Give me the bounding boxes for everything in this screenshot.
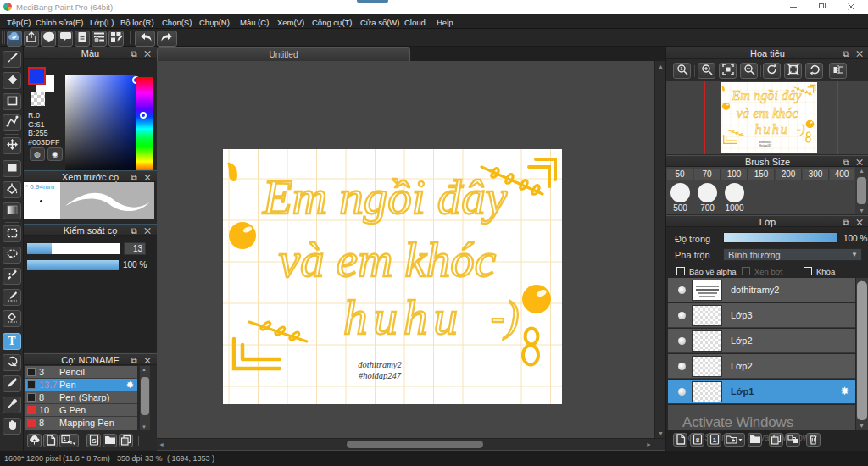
svg-text:1: 1 [712, 436, 716, 444]
svg-text:S: S [92, 437, 97, 445]
svg-text:và em khóc: và em khóc [279, 233, 496, 286]
svg-text:1: 1 [680, 66, 683, 71]
svg-text:huhu: huhu [343, 291, 464, 344]
svg-text:dothitramy2: dothitramy2 [358, 360, 402, 369]
svg-text:Em ngồi đây: Em ngồi đây [262, 170, 508, 224]
svg-text:8: 8 [695, 436, 699, 444]
svg-text:#hoidap247: #hoidap247 [359, 371, 402, 380]
svg-text:-): -) [491, 292, 519, 340]
